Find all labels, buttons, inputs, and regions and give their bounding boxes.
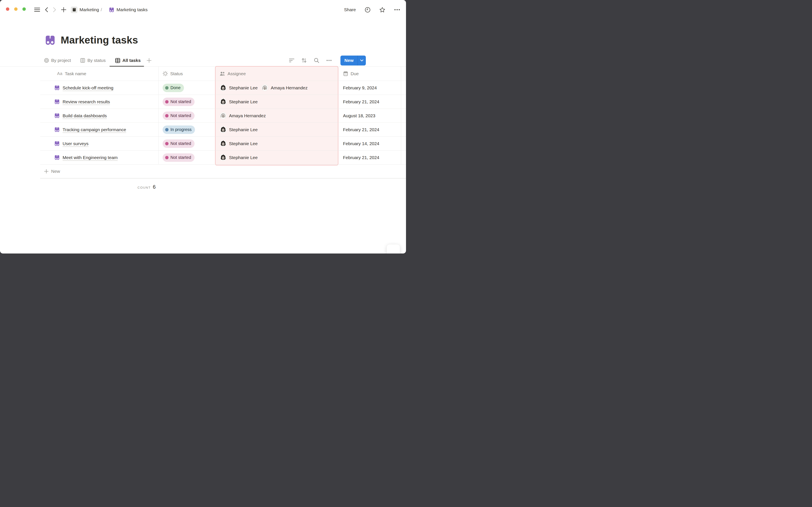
due-date: August 18, 2023: [343, 113, 375, 118]
column-label: Due: [351, 71, 359, 76]
binoculars-icon: [54, 127, 60, 132]
column-label: Assignee: [227, 71, 246, 76]
assignee-entry: Stephanie Lee: [220, 98, 258, 105]
table-header: AaTask nameStatusAssigneeDue: [40, 66, 406, 81]
avatar-amaya: [261, 84, 268, 91]
status-cell[interactable]: Not started: [159, 137, 215, 151]
status-cell[interactable]: Not started: [159, 95, 215, 109]
due-cell[interactable]: August 18, 2023: [338, 109, 401, 123]
tab-all-tasks[interactable]: All tasks: [115, 54, 141, 66]
view-more-icon[interactable]: [326, 60, 332, 61]
notion-window: Marketing / Marketing tasks Share Market…: [0, 0, 406, 253]
more-options-icon[interactable]: [394, 9, 400, 11]
task-name-cell[interactable]: Schedule kick-off meeting: [40, 81, 159, 95]
tab-by-project[interactable]: By project: [44, 54, 71, 66]
chevron-down-icon[interactable]: [358, 56, 366, 65]
binoculars-icon: [54, 113, 60, 118]
zoom-window-button[interactable]: [22, 7, 26, 11]
add-view-icon[interactable]: [147, 58, 152, 63]
close-window-button[interactable]: [6, 7, 9, 11]
new-button-label[interactable]: New: [341, 56, 358, 65]
star-icon[interactable]: [379, 7, 385, 13]
breadcrumb-marketing-tasks[interactable]: Marketing tasks: [109, 7, 148, 13]
search-icon[interactable]: [314, 58, 319, 63]
count-footer[interactable]: COUNT 6: [40, 178, 159, 190]
filter-icon[interactable]: [289, 58, 294, 62]
table-row: Meet with Engineering team Not started S…: [40, 151, 406, 165]
assignee-entry: Amaya Hernandez: [220, 112, 266, 119]
avatar-stephanie: [220, 84, 227, 91]
sort-icon[interactable]: [301, 58, 307, 63]
assignee-cell[interactable]: Stephanie Lee: [215, 123, 338, 137]
table-row: Build data dashboards Not started Amaya …: [40, 109, 406, 123]
page-title[interactable]: Marketing tasks: [61, 34, 138, 46]
due-cell[interactable]: February 9, 2024: [338, 81, 401, 95]
status-cell[interactable]: Done: [159, 81, 215, 95]
column-header-status[interactable]: Status: [159, 66, 215, 81]
new-button: New: [341, 56, 366, 65]
assignee-cell[interactable]: Amaya Hernandez: [215, 109, 338, 123]
due-cell[interactable]: February 14, 2024: [338, 137, 401, 151]
table-row: Tracking campaign performance In progres…: [40, 123, 406, 137]
new-row-label: New: [51, 169, 60, 174]
new-row-button[interactable]: New: [40, 165, 406, 178]
column-header-task[interactable]: AaTask name: [40, 66, 159, 81]
task-name-cell[interactable]: Review research results: [40, 95, 159, 109]
traffic-lights: [6, 7, 26, 11]
status-cell[interactable]: Not started: [159, 109, 215, 123]
task-name-cell[interactable]: Tracking campaign performance: [40, 123, 159, 137]
due-date: February 21, 2024: [343, 127, 379, 132]
sidebar-toggle-icon[interactable]: [34, 7, 40, 12]
status-label: Done: [170, 86, 181, 90]
breadcrumb-separator: /: [101, 7, 102, 12]
minimize-window-button[interactable]: [14, 7, 17, 11]
forward-icon[interactable]: [53, 7, 56, 12]
status-dot: [165, 156, 168, 159]
page-icon-binoculars[interactable]: [44, 35, 56, 46]
table-row: User surveys Not started Stephanie Lee F…: [40, 137, 406, 151]
status-cell[interactable]: In progress: [159, 123, 215, 137]
avatar-stephanie: [220, 154, 227, 161]
task-table: AaTask nameStatusAssigneeDue Schedule ki…: [40, 66, 406, 165]
assignee-cell[interactable]: Stephanie Lee: [215, 137, 338, 151]
topbar: Marketing / Marketing tasks Share: [0, 0, 406, 19]
task-title: Schedule kick-off meeting: [63, 86, 113, 91]
task-name-cell[interactable]: Build data dashboards: [40, 109, 159, 123]
due-cell[interactable]: February 21, 2024: [338, 151, 401, 165]
burst-icon: [163, 71, 168, 76]
column-label: Task name: [65, 71, 86, 76]
tab-label: By project: [51, 58, 71, 63]
assignee-cell[interactable]: Stephanie Lee: [215, 95, 338, 109]
avatar-stephanie: [220, 140, 227, 147]
due-cell[interactable]: February 21, 2024: [338, 123, 401, 137]
extra-cell: [401, 109, 406, 123]
floating-button[interactable]: [387, 244, 400, 253]
table-row: Review research results Not started Step…: [40, 95, 406, 109]
status-label: Not started: [170, 99, 191, 104]
clock-icon[interactable]: [365, 7, 370, 13]
tab-by-status[interactable]: By status: [80, 54, 105, 66]
status-cell[interactable]: Not started: [159, 151, 215, 165]
due-date: February 21, 2024: [343, 99, 379, 104]
avatar-stephanie: [220, 98, 227, 105]
task-title: Review research results: [63, 99, 110, 104]
status-label: In progress: [170, 127, 192, 132]
assignee-cell[interactable]: Stephanie Lee: [215, 151, 338, 165]
assignee-entry: Stephanie Lee: [220, 126, 258, 133]
task-title: User surveys: [63, 141, 89, 146]
assignee-cell[interactable]: Stephanie Lee Amaya Hernandez: [215, 81, 338, 95]
back-icon[interactable]: [45, 7, 48, 12]
breadcrumb-marketing[interactable]: Marketing: [71, 7, 99, 13]
due-cell[interactable]: February 21, 2024: [338, 95, 401, 109]
column-header-assignee[interactable]: Assignee: [215, 66, 338, 81]
share-button[interactable]: Share: [344, 7, 356, 12]
status-chip: Not started: [163, 112, 195, 120]
assignee-entry: Stephanie Lee: [220, 154, 258, 161]
extra-cell: [401, 151, 406, 165]
calendar-icon: [343, 71, 348, 76]
task-name-cell[interactable]: Meet with Engineering team: [40, 151, 159, 165]
table-body: Schedule kick-off meeting Done Stephanie…: [40, 81, 406, 165]
column-header-due[interactable]: Due: [338, 66, 401, 81]
new-page-icon[interactable]: [61, 7, 66, 12]
task-name-cell[interactable]: User surveys: [40, 137, 159, 151]
